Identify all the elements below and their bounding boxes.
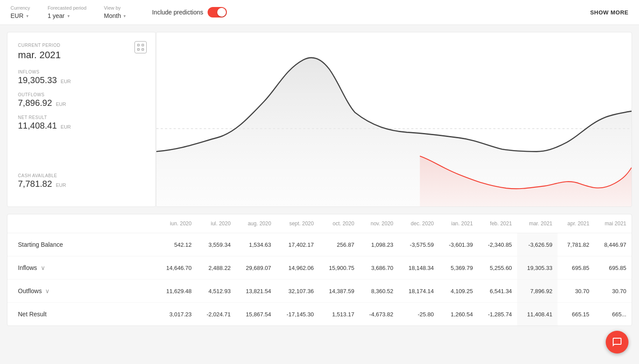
table-cell: 18,148.34 (399, 256, 439, 280)
table-cell: 17,402.17 (276, 233, 319, 256)
inflows-label: INFLOWS (18, 70, 145, 74)
row-label: Starting Balance (18, 241, 63, 248)
predictions-group: Include predictions (152, 7, 227, 18)
cash-label: CASH AVAILABLE (18, 173, 145, 178)
table-cell: 542.12 (156, 233, 197, 256)
table-cell: -2,340.85 (478, 233, 517, 256)
table-cell: 665.15 (558, 303, 594, 326)
viewby-value: Month (104, 12, 121, 19)
col-header-oct.2020: oct. 2020 (319, 214, 359, 233)
table-cell: 1,260.54 (439, 303, 478, 326)
col-header-dec.2020: dec. 2020 (399, 214, 439, 233)
viewby-control: View by Month ▾ (104, 5, 126, 19)
outflows-label: OUTFLOWS (18, 92, 145, 97)
viewby-dropdown[interactable]: Month ▾ (104, 12, 126, 19)
inflows-value: 19,305.33 EUR (18, 75, 145, 85)
table-cell: 695.85 (595, 256, 632, 280)
col-header-nov.2020: nov. 2020 (360, 214, 399, 233)
table-cell: 15,867.54 (236, 303, 276, 326)
show-more-button[interactable]: SHOW MORE (590, 9, 628, 16)
expand-icon[interactable]: ∨ (45, 287, 49, 294)
chart-area (156, 32, 632, 207)
table-body: Starting Balance542.123,559.341,534.6317… (7, 233, 632, 326)
table-cell: 14,962.06 (276, 256, 319, 280)
currency-dropdown[interactable]: EUR ▾ (11, 12, 30, 19)
col-header-feb.2021: feb. 2021 (478, 214, 517, 233)
table-cell: -1,285.74 (478, 303, 517, 326)
table-cell: 695.85 (558, 256, 594, 280)
table-cell: 19,305.33 (517, 256, 558, 280)
cash-section: CASH AVAILABLE 7,781.82 EUR (18, 173, 145, 196)
table-row: Starting Balance542.123,559.341,534.6317… (7, 233, 632, 256)
row-label-cell: Starting Balance (7, 233, 156, 256)
table-cell: 32,107.36 (276, 280, 319, 303)
viewby-label: View by (104, 5, 126, 10)
inflows-section: INFLOWS 19,305.33 EUR (18, 70, 145, 92)
table-cell: 6,541.34 (478, 280, 517, 303)
forecasted-value: 1 year (48, 12, 65, 19)
svg-rect-3 (142, 49, 144, 50)
table-cell: -25.80 (399, 303, 439, 326)
table-cell: 15,900.75 (319, 256, 359, 280)
table-cell: 11,408.41 (517, 303, 558, 326)
table-cell: 11,629.48 (156, 280, 197, 303)
table-cell: 256.87 (319, 233, 359, 256)
expand-icon[interactable]: ∨ (41, 264, 45, 271)
table-cell: 7,896.92 (517, 280, 558, 303)
col-header-mar.2021: mar. 2021 (517, 214, 558, 233)
chat-button[interactable] (606, 331, 628, 333)
data-table: iun. 2020iul. 2020aug. 2020sept. 2020oct… (7, 214, 632, 326)
forecasted-label: Forecasted period (48, 5, 87, 10)
forecasted-control: Forecasted period 1 year ▾ (48, 5, 87, 19)
table-cell: 4,109.25 (439, 280, 478, 303)
table-cell: 5,369.79 (439, 256, 478, 280)
table-row: Outflows∨11,629.484,512.9313,821.5432,10… (7, 280, 632, 303)
table-cell: 18,174.14 (399, 280, 439, 303)
table-cell: 30.70 (595, 280, 632, 303)
table-cell: 8,360.52 (360, 280, 399, 303)
col-header-iun.2020: iun. 2020 (156, 214, 197, 233)
table-cell: 7,781.82 (558, 233, 594, 256)
col-header-aug.2020: aug. 2020 (236, 214, 276, 233)
net-result-label: NET RESULT (18, 115, 145, 120)
predictions-toggle[interactable] (208, 7, 227, 18)
net-result-section: NET RESULT 11,408.41 EUR (18, 115, 145, 138)
svg-rect-2 (138, 49, 139, 50)
top-bar: Currency EUR ▾ Forecasted period 1 year … (0, 0, 639, 25)
table-cell: 13,821.54 (236, 280, 276, 303)
row-label-cell: Inflows∨ (7, 256, 156, 280)
col-header-mai2021: mai 2021 (595, 214, 632, 233)
col-header-label (7, 214, 156, 233)
table-row: Inflows∨14,646.702,488.2229,689.0714,962… (7, 256, 632, 280)
table-cell: 14,646.70 (156, 256, 197, 280)
chart-svg (156, 32, 632, 206)
svg-rect-1 (142, 44, 144, 46)
main-content: CURRENT PERIOD mar. 2021 INFLOWS 19,305.… (0, 25, 639, 214)
col-header-sept.2020: sept. 2020 (276, 214, 319, 233)
table-cell: 30.70 (558, 280, 594, 303)
col-header-iul.2020: iul. 2020 (197, 214, 236, 233)
focus-icon[interactable] (134, 41, 147, 53)
currency-control: Currency EUR ▾ (11, 5, 30, 19)
row-label: Net Result (18, 311, 46, 318)
current-period-label: CURRENT PERIOD (18, 43, 145, 48)
table-cell: 1,513.17 (319, 303, 359, 326)
table-cell: 4,512.93 (197, 280, 236, 303)
cash-value: 7,781.82 EUR (18, 179, 145, 189)
svg-rect-0 (138, 44, 139, 46)
viewby-chevron-icon: ▾ (124, 14, 126, 18)
row-label-cell: Outflows∨ (7, 280, 156, 303)
table-cell: 8,446.97 (595, 233, 632, 256)
outflows-section: OUTFLOWS 7,896.92 EUR (18, 92, 145, 115)
table-cell: 1,098.23 (360, 233, 399, 256)
current-period-value: mar. 2021 (18, 49, 145, 61)
forecasted-dropdown[interactable]: 1 year ▾ (48, 12, 87, 19)
table-cell: -3,575.59 (399, 233, 439, 256)
col-header-apr.2021: apr. 2021 (558, 214, 594, 233)
forecasted-chevron-icon: ▾ (67, 14, 70, 18)
table-cell: -3,626.59 (517, 233, 558, 256)
predictions-label: Include predictions (152, 9, 203, 16)
table-section: iun. 2020iul. 2020aug. 2020sept. 2020oct… (7, 214, 632, 326)
current-period-section: CURRENT PERIOD mar. 2021 (18, 43, 145, 70)
table-cell: 3,686.70 (360, 256, 399, 280)
